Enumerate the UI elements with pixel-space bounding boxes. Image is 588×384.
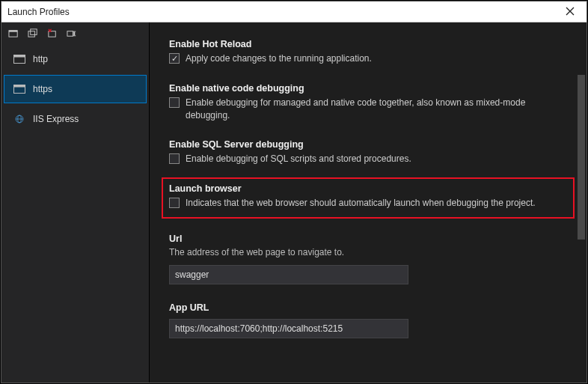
section-hot-reload: Enable Hot Reload Apply code changes to … [169,39,567,65]
launch-browser-checkbox[interactable] [169,198,180,208]
section-app-url: App URL [169,302,567,338]
section-url: Url The address of the web page to navig… [169,234,567,284]
scrollbar-track[interactable] [576,43,587,383]
native-debug-label: Enable debugging for managed and native … [186,97,567,122]
profile-list: http https IIS Express [1,43,149,135]
section-title: Enable native code debugging [169,83,567,94]
profile-label: IIS Express [33,114,79,124]
svg-rect-2 [28,31,34,37]
delete-profile-icon[interactable] [46,27,58,39]
titlebar: Launch Profiles [1,1,587,22]
url-description: The address of the web page to navigate … [169,247,567,257]
sidebar: http https IIS Express [1,22,150,383]
new-profile-icon[interactable] [7,27,19,39]
svg-rect-10 [14,55,25,58]
duplicate-profile-icon[interactable] [27,27,39,39]
section-title: Launch browser [169,183,567,194]
highlighted-section: Launch browser Indicates that the web br… [162,177,575,219]
svg-rect-3 [30,28,36,34]
browser-icon [13,53,25,65]
hot-reload-checkbox[interactable] [169,53,180,64]
profile-label: http [33,54,48,64]
svg-rect-4 [48,31,55,37]
svg-rect-6 [73,31,75,35]
app-url-input[interactable] [169,319,408,338]
hot-reload-label: Apply code changes to the running applic… [186,52,372,65]
globe-icon [13,113,25,125]
svg-rect-5 [67,31,73,36]
profile-label: https [33,84,52,94]
scrollbar-thumb[interactable] [578,75,585,240]
svg-rect-1 [8,30,16,31]
section-native-debug: Enable native code debugging Enable debu… [169,83,567,122]
svg-rect-7 [73,31,76,31]
rename-profile-icon[interactable] [66,27,78,39]
settings-panel: Enable Hot Reload Apply code changes to … [150,22,587,383]
sql-debug-label: Enable debugging of SQL scripts and stor… [186,153,411,165]
profile-item-http[interactable]: http [4,45,147,73]
section-title: Enable SQL Server debugging [169,139,567,150]
launch-profiles-window: Launch Profiles [1,1,587,383]
svg-rect-8 [73,35,76,36]
url-input[interactable] [169,265,408,284]
window-title: Launch Profiles [7,7,70,17]
section-title: Enable Hot Reload [169,39,567,49]
sidebar-toolbar [1,22,149,43]
profile-item-https[interactable]: https [4,75,147,103]
dialog-body: http https IIS Express Enable Ho [1,22,587,383]
profile-item-iis-express[interactable]: IIS Express [4,105,147,133]
section-sql-debug: Enable SQL Server debugging Enable debug… [169,139,567,165]
close-button[interactable] [560,4,581,19]
svg-rect-12 [14,85,25,88]
browser-icon [13,83,25,95]
sql-debug-checkbox[interactable] [169,153,180,164]
section-title: App URL [169,302,567,313]
launch-browser-label: Indicates that the web browser should au… [186,197,536,210]
native-debug-checkbox[interactable] [169,97,180,108]
section-title: Url [169,234,567,244]
